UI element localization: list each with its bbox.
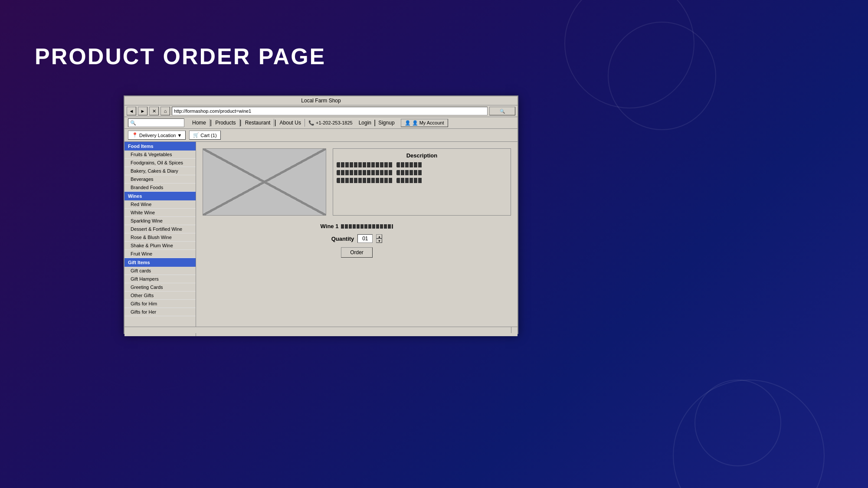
product-name: Wine 1 — [321, 223, 393, 229]
sidebar-item-fruit-wine[interactable]: Fruit Wine — [124, 250, 196, 258]
product-area: Description — [196, 142, 518, 336]
bottom-scrollbar[interactable] — [124, 327, 511, 333]
nav-aboutus[interactable]: About Us — [276, 119, 305, 127]
browser-toolbar: ◄ ► ✕ ⌂ 🔍 — [124, 105, 518, 117]
nav-home[interactable]: Home — [189, 119, 210, 127]
sidebar-item-gifts-her[interactable]: Gifts for Her — [124, 308, 196, 316]
price-text — [341, 224, 393, 229]
sidebar-item-dessert-wine[interactable]: Dessert & Fortified Wine — [124, 225, 196, 233]
account-label: 👤 My Account — [412, 120, 444, 126]
forward-button[interactable]: ► — [138, 107, 147, 115]
sidebar-item-gifts-him[interactable]: Gifts for Him — [124, 300, 196, 308]
cart-button[interactable]: 🛒 Cart (1) — [189, 131, 220, 140]
product-title-area: Wine 1 — [203, 222, 511, 230]
nav-bar: Home | Products | Restaurant | About Us … — [124, 117, 518, 129]
order-button[interactable]: Order — [341, 247, 373, 258]
desc-line-3 — [337, 178, 507, 183]
sidebar-item-foodgrains[interactable]: Foodgrains, Oil & Spices — [124, 159, 196, 167]
desc-text-1 — [337, 162, 393, 167]
browser-title: Local Farm Shop — [301, 98, 341, 104]
nav-login[interactable]: Login — [356, 119, 374, 127]
cart-label: Cart (1) — [200, 133, 216, 138]
quantity-up-button[interactable]: ▲ — [376, 234, 382, 239]
sidebar-item-fruits[interactable]: Fruits & Vegetables — [124, 151, 196, 159]
resize-corner[interactable] — [511, 327, 518, 333]
browser-search-button[interactable]: 🔍 — [489, 107, 515, 115]
slide-title: PRODUCT ORDER PAGE — [35, 43, 326, 69]
my-account-button[interactable]: 👤 👤 My Account — [401, 119, 448, 127]
stop-button[interactable]: ✕ — [149, 107, 159, 115]
sidebar-category-gifts: Gift Items — [124, 258, 196, 267]
sidebar-item-rose-wine[interactable]: Rose & Blush Wine — [124, 233, 196, 242]
nav-phone: 📞 +1-202-253-1825 — [305, 119, 356, 127]
quantity-input[interactable] — [357, 234, 373, 243]
quantity-down-button[interactable]: ▼ — [376, 239, 382, 243]
home-button[interactable]: ⌂ — [160, 107, 170, 115]
nav-products[interactable]: Products — [212, 119, 239, 127]
sidebar-item-beverages[interactable]: Beverages — [124, 175, 196, 183]
desc-text-3 — [337, 170, 393, 175]
product-image — [203, 148, 326, 216]
sidebar-item-bakery[interactable]: Bakery, Cakes & Diary — [124, 167, 196, 175]
back-button[interactable]: ◄ — [127, 107, 136, 115]
desc-text-4 — [396, 170, 423, 175]
nav-links: Home | Products | Restaurant | About Us … — [189, 119, 397, 127]
action-bar: 📍 Delivery Location ▼ 🛒 Cart (1) — [124, 129, 518, 142]
sidebar-item-gift-cards[interactable]: Gift cards — [124, 267, 196, 275]
address-bar[interactable] — [172, 107, 488, 115]
product-layout: Description — [203, 148, 511, 216]
sidebar-item-gift-hampers[interactable]: Gift Hampers — [124, 275, 196, 283]
sidebar-item-greeting-cards[interactable]: Greeting Cards — [124, 283, 196, 291]
sidebar-item-white-wine[interactable]: White Wine — [124, 209, 196, 217]
description-box: Description — [333, 148, 511, 216]
delivery-location-button[interactable]: 📍 Delivery Location ▼ — [128, 131, 186, 140]
quantity-label: Quantity — [331, 236, 354, 242]
desc-text-6 — [396, 178, 423, 183]
nav-restaurant[interactable]: Restaurant — [242, 119, 275, 127]
desc-line-1 — [337, 162, 507, 167]
sidebar: Food Items Fruits & Vegetables Foodgrain… — [124, 142, 196, 336]
sidebar-item-red-wine[interactable]: Red Wine — [124, 200, 196, 209]
description-title: Description — [337, 152, 507, 159]
quantity-row: Quantity ▲ ▼ — [203, 234, 511, 243]
sidebar-item-branded[interactable]: Branded Foods — [124, 183, 196, 192]
delivery-label: Delivery Location — [139, 133, 176, 138]
desc-text-2 — [396, 162, 423, 167]
sidebar-item-other-gifts[interactable]: Other Gifts — [124, 291, 196, 300]
nav-search-input[interactable] — [128, 118, 184, 127]
browser-window: Local Farm Shop ◄ ► ✕ ⌂ 🔍 Home | Product… — [124, 95, 518, 334]
delivery-icon: 📍 — [132, 132, 138, 138]
sidebar-category-food: Food Items — [124, 142, 196, 151]
quantity-spinner: ▲ ▼ — [376, 234, 382, 243]
delivery-dropdown-icon: ▼ — [177, 133, 182, 138]
browser-titlebar: Local Farm Shop — [124, 96, 518, 105]
nav-signup[interactable]: Signup — [376, 119, 397, 127]
sidebar-item-shake-wine[interactable]: Shake & Plum Wine — [124, 242, 196, 250]
cart-icon: 🛒 — [193, 132, 199, 138]
sidebar-category-wines: Wines — [124, 192, 196, 200]
account-icon: 👤 — [405, 120, 411, 126]
desc-text-5 — [337, 178, 393, 183]
sidebar-item-sparkling-wine[interactable]: Sparkling Wine — [124, 217, 196, 225]
main-content: Food Items Fruits & Vegetables Foodgrain… — [124, 142, 518, 336]
desc-line-2 — [337, 170, 507, 175]
